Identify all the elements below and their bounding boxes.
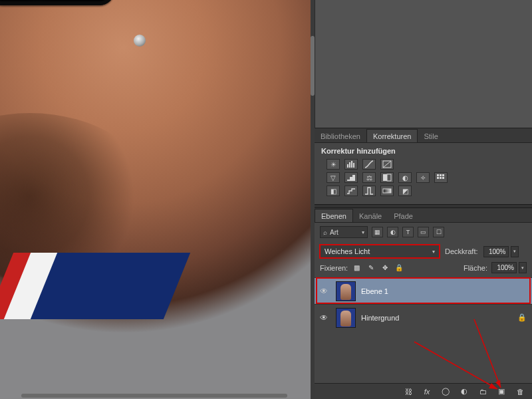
filter-type-icon[interactable]: T [402,227,414,237]
svg-rect-3 [353,163,354,168]
invert-icon[interactable]: ◧ [327,186,340,196]
filter-smartobject-icon[interactable]: ☐ [433,227,444,237]
right-panels: Bibliotheken Korrekturen Stile Korrektur… [315,0,532,399]
hue-saturation-icon[interactable] [344,172,358,183]
lock-all-icon[interactable]: 🔒 [394,263,404,273]
black-white-icon[interactable] [380,172,394,183]
fill-label: Fläche: [464,264,487,272]
threshold-icon[interactable] [362,186,376,196]
chevron-updown-icon: ▾ [432,249,435,255]
tab-kanale[interactable]: Kanäle [353,209,388,222]
opacity-stepper[interactable]: ▾ [511,246,519,257]
blend-opacity-row: Weiches Licht ▾ Deckkraft: 100% ▾ [315,241,532,262]
new-group-icon[interactable]: 🗀 [477,387,488,396]
filter-shape-icon[interactable]: ▭ [418,227,429,237]
svg-rect-6 [350,177,352,181]
canvas-hscroll[interactable] [21,394,287,398]
tab-stile[interactable]: Stile [418,130,444,142]
svg-rect-13 [437,177,439,179]
adjustments-row-1: ☀ [327,159,525,170]
delete-layer-icon[interactable]: 🗑 [515,387,525,396]
search-icon: ⌕ [323,229,327,236]
svg-rect-8 [383,174,387,181]
svg-rect-12 [442,174,444,176]
lock-pixels-icon[interactable]: ✎ [366,263,376,273]
svg-rect-14 [440,177,442,179]
svg-rect-7 [352,175,355,181]
channel-mixer-icon[interactable]: ✧ [416,172,430,183]
layer-filter-bar: ⌕ Art ▾ ▦ ◐ T ▭ ☐ [320,226,527,238]
brightness-contrast-icon[interactable]: ☀ [327,159,340,170]
svg-rect-2 [351,161,352,168]
sunglasses-shape [0,0,133,7]
svg-rect-15 [442,177,444,179]
fill-field[interactable]: 100% [491,262,517,273]
layers-bottom-bar: ⛓ fx ◯ ◐ 🗀 ▣ 🗑 [315,383,532,399]
lock-icon: 🔒 [517,313,527,322]
chevron-updown-icon: ▾ [362,229,364,235]
add-mask-icon[interactable]: ◯ [440,387,451,396]
filter-pixel-icon[interactable]: ▦ [372,227,383,237]
new-layer-icon[interactable]: ▣ [496,387,507,396]
navigator-panel-area [315,0,532,128]
curves-icon[interactable] [362,159,376,170]
collar-blue [31,253,190,319]
tab-pfade[interactable]: Pfade [388,209,419,222]
photo-filter-icon[interactable]: ◐ [398,172,412,183]
adjustments-panel: Korrektur hinzufügen ☀ ▽ ⚖ ◐ ✧ ◧ ◩ [315,143,532,204]
selective-color-icon[interactable]: ◩ [398,186,412,196]
opacity-control: 100% ▾ [483,246,519,257]
svg-rect-0 [347,164,348,168]
new-adjustment-icon[interactable]: ◐ [459,387,469,396]
lock-transparency-icon[interactable]: ▩ [352,263,362,273]
layers-panel-header: ⌕ Art ▾ ▦ ◐ T ▭ ☐ [315,223,532,241]
filter-adjustment-icon[interactable]: ◐ [387,227,398,237]
visibility-icon[interactable]: 👁 [320,287,331,296]
layers-list: 👁 Ebene 1 👁 Hintergrund 🔒 [315,277,532,331]
layers-tabset: Ebenen Kanäle Pfade [315,208,532,223]
tab-ebenen[interactable]: Ebenen [315,209,353,222]
levels-icon[interactable] [344,159,358,170]
lock-position-icon[interactable]: ✥ [380,263,390,273]
link-layers-icon[interactable]: ⛓ [403,387,414,396]
ear-plug-shape [134,35,146,47]
lock-fill-row: Fixieren: ▩ ✎ ✥ 🔒 Fläche: 100% ▾ [315,262,532,277]
svg-rect-16 [383,189,391,193]
blend-mode-value: Weiches Licht [325,247,370,255]
layer-row-hintergrund[interactable]: 👁 Hintergrund 🔒 [315,304,532,331]
svg-rect-10 [437,174,439,176]
adjustments-title: Korrektur hinzufügen [321,147,525,155]
color-balance-icon[interactable]: ⚖ [362,172,376,183]
vibrance-icon[interactable]: ▽ [327,172,340,183]
document-canvas[interactable] [0,0,311,399]
opacity-field[interactable]: 100% [483,246,509,257]
exposure-icon[interactable] [380,159,394,170]
adjustments-row-2: ▽ ⚖ ◐ ✧ [327,172,525,183]
color-lookup-icon[interactable] [434,172,448,183]
gradient-map-icon[interactable] [380,186,394,196]
layer-name[interactable]: Hintergrund [361,314,399,322]
adjustments-row-3: ◧ ◩ [327,186,525,196]
tab-bibliotheken[interactable]: Bibliotheken [315,130,366,142]
photo-content [0,0,311,399]
tab-korrekturen[interactable]: Korrekturen [366,129,418,142]
fill-control: 100% ▾ [491,262,527,273]
fx-icon[interactable]: fx [422,387,432,396]
svg-rect-1 [349,162,350,168]
svg-rect-5 [347,180,350,181]
layer-thumbnail[interactable] [336,281,356,301]
blend-mode-dropdown[interactable]: Weiches Licht ▾ [320,245,440,258]
svg-rect-11 [440,174,442,176]
visibility-icon[interactable]: 👁 [320,313,331,323]
svg-rect-9 [387,174,391,181]
adjustments-tabset: Bibliotheken Korrekturen Stile [315,128,532,143]
layer-filter-kind[interactable]: ⌕ Art ▾ [320,226,368,238]
layer-filter-kind-label: Art [330,229,338,236]
opacity-label: Deckkraft: [445,247,478,255]
lock-label: Fixieren: [320,264,348,272]
layer-thumbnail[interactable] [336,308,356,328]
fill-stepper[interactable]: ▾ [519,262,527,273]
layer-name[interactable]: Ebene 1 [361,287,388,295]
layer-row-ebene-1[interactable]: 👁 Ebene 1 [315,277,532,304]
posterize-icon[interactable] [344,186,358,196]
